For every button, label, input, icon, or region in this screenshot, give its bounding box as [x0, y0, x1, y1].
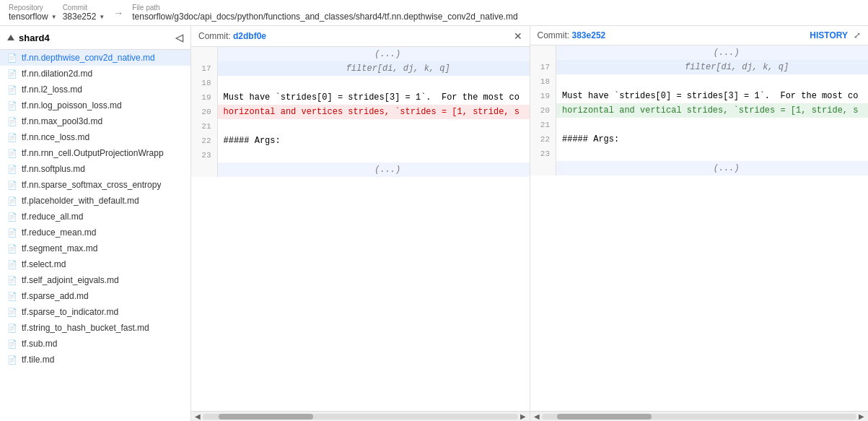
sidebar-item-label: tf.nn.nce_loss.md [22, 132, 89, 142]
table-row: (...) [530, 161, 869, 175]
sidebar-item[interactable]: 📄tf.reduce_mean.md [0, 225, 190, 240]
sidebar-item[interactable]: 📄tf.placeholder_with_default.md [0, 193, 190, 209]
line-content: filter[di, dj, k, q] [217, 61, 530, 76]
diff-panels: Commit: d2dbf0e ✕ (...)17 filter[di, dj,… [191, 26, 868, 421]
file-icon: 📄 [7, 69, 17, 79]
table-row: 21 [191, 119, 530, 134]
file-icon: 📄 [7, 292, 17, 301]
left-code-content[interactable]: (...)17 filter[di, dj, k, q]1819Must hav… [191, 47, 530, 411]
line-number: 17 [191, 61, 217, 76]
sidebar-item[interactable]: 📄tf.nn.rnn_cell.OutputProjectionWrapp [0, 145, 190, 161]
sidebar-item-label: tf.string_to_hash_bucket_fast.md [22, 323, 149, 333]
sidebar-item-label: tf.reduce_all.md [22, 212, 83, 222]
right-commit-info: Commit: 383e252 [538, 30, 606, 40]
close-icon[interactable]: ✕ [514, 30, 522, 42]
filepath-label: File path [132, 4, 517, 12]
sidebar-item-label: tf.sub.md [22, 339, 57, 349]
file-icon: 📄 [7, 117, 17, 126]
commit-hash: 383e252 [63, 12, 97, 22]
table-row: 19Must have `strides[0] = strides[3] = 1… [530, 89, 869, 103]
sidebar-item-label: tf.select.md [22, 259, 66, 269]
sidebar-item-label: tf.nn.rnn_cell.OutputProjectionWrapp [22, 148, 164, 158]
left-scroll-track[interactable] [203, 414, 518, 420]
right-code-content[interactable]: (...)17 filter[di, dj, k, q]1819Must hav… [530, 45, 869, 411]
commit-value-container[interactable]: 383e252 ▼ [63, 12, 105, 22]
line-content [556, 118, 869, 132]
line-content [556, 147, 869, 161]
table-row: 18 [530, 74, 869, 89]
sidebar-item[interactable]: 📄tf.nn.l2_loss.md [0, 82, 190, 97]
sidebar-header-left: shard4 [7, 32, 50, 43]
history-button[interactable]: HISTORY [810, 30, 848, 40]
sidebar-item[interactable]: 📄tf.sparse_to_indicator.md [0, 304, 190, 320]
line-number: 21 [191, 119, 217, 134]
expand-icon[interactable]: ⤢ [854, 30, 861, 40]
diff-area: Commit: d2dbf0e ✕ (...)17 filter[di, dj,… [191, 26, 868, 421]
sidebar-item[interactable]: 📄tf.nn.depthwise_conv2d_native.md [0, 50, 190, 66]
table-row: 18 [191, 76, 530, 90]
sidebar-item[interactable]: 📄tf.tile.md [0, 352, 190, 368]
table-row: 17 filter[di, dj, k, q] [530, 60, 869, 74]
line-number: 21 [530, 118, 556, 132]
left-commit-hash: d2dbf0e [233, 31, 266, 41]
file-icon: 📄 [7, 339, 17, 349]
file-icon: 📄 [7, 181, 17, 190]
line-content: (...) [217, 47, 530, 61]
sidebar-item[interactable]: 📄tf.nn.max_pool3d.md [0, 113, 190, 129]
breadcrumb-bar: Repository tensorflow ▼ Commit 383e252 ▼… [0, 0, 868, 26]
right-scroll-track[interactable] [542, 414, 857, 420]
left-commit-info: Commit: d2dbf0e [198, 31, 266, 41]
file-icon: 📄 [7, 212, 17, 222]
line-content: ##### Args: [217, 134, 530, 148]
sidebar-item-label: tf.nn.dilation2d.md [22, 69, 92, 79]
repo-section: Repository tensorflow ▼ [9, 4, 57, 22]
sidebar-item[interactable]: 📄tf.select.md [0, 256, 190, 272]
sidebar-item-label: tf.nn.l2_loss.md [22, 84, 82, 95]
sidebar-item[interactable]: 📄tf.reduce_all.md [0, 209, 190, 225]
line-number: 22 [191, 134, 217, 148]
sidebar-item[interactable]: 📄tf.nn.nce_loss.md [0, 129, 190, 145]
file-icon: 📄 [7, 355, 17, 365]
filepath-section: File path tensorflow/g3doc/api_docs/pyth… [132, 4, 517, 22]
left-scroll-right-arrow[interactable]: ▶ [518, 412, 528, 422]
sidebar-item[interactable]: 📄tf.nn.dilation2d.md [0, 66, 190, 82]
sidebar-item[interactable]: 📄tf.nn.log_poisson_loss.md [0, 97, 190, 113]
sidebar-item[interactable]: 📄tf.nn.sparse_softmax_cross_entropy [0, 177, 190, 193]
file-icon: 📄 [7, 308, 17, 317]
sidebar-list[interactable]: 📄tf.nn.depthwise_conv2d_native.md📄tf.nn.… [0, 50, 190, 421]
left-scrollbar[interactable]: ◀ ▶ [191, 411, 530, 421]
filepath-value: tensorflow/g3doc/api_docs/python/functio… [132, 12, 517, 22]
sidebar-item[interactable]: 📄tf.segment_max.md [0, 240, 190, 256]
main-layout: shard4 ◁ 📄tf.nn.depthwise_conv2d_native.… [0, 26, 868, 421]
left-panel-header: Commit: d2dbf0e ✕ [191, 26, 530, 47]
sidebar-item[interactable]: 📄tf.string_to_hash_bucket_fast.md [0, 320, 190, 336]
file-icon: 📄 [7, 101, 17, 110]
sidebar-item-label: tf.nn.depthwise_conv2d_native.md [22, 53, 155, 63]
commit-section: Commit 383e252 ▼ [63, 4, 105, 22]
right-scroll-left-arrow[interactable]: ◀ [532, 412, 542, 422]
sidebar-collapse-icon[interactable]: ◁ [175, 32, 183, 43]
sidebar-item[interactable]: 📄tf.sub.md [0, 336, 190, 352]
sidebar-item[interactable]: 📄tf.sparse_add.md [0, 288, 190, 304]
right-code-table: (...)17 filter[di, dj, k, q]1819Must hav… [530, 45, 869, 175]
commit-label: Commit [63, 4, 105, 12]
right-scroll-right-arrow[interactable]: ▶ [856, 412, 867, 422]
file-icon: 📄 [7, 276, 17, 285]
up-arrow-icon [7, 35, 14, 40]
filepath-value-container: tensorflow/g3doc/api_docs/python/functio… [132, 12, 517, 22]
right-scroll-thumb [557, 414, 652, 420]
repo-value-container[interactable]: tensorflow ▼ [9, 12, 57, 22]
table-row: 23 [530, 147, 869, 161]
sidebar-item-label: tf.placeholder_with_default.md [22, 196, 139, 206]
line-number [530, 45, 556, 60]
right-diff-panel: Commit: 383e252 HISTORY ⤢ (...)17 filter… [530, 26, 869, 421]
line-content [556, 74, 869, 89]
sidebar-item[interactable]: 📄tf.nn.softplus.md [0, 161, 190, 177]
repo-label: Repository [9, 4, 57, 12]
left-diff-panel: Commit: d2dbf0e ✕ (...)17 filter[di, dj,… [191, 26, 530, 421]
repo-name: tensorflow [9, 12, 48, 22]
right-scrollbar[interactable]: ◀ ▶ [530, 411, 869, 421]
sidebar-item[interactable]: 📄tf.self_adjoint_eigvals.md [0, 272, 190, 288]
left-scroll-left-arrow[interactable]: ◀ [193, 412, 203, 422]
line-content: (...) [217, 162, 530, 177]
